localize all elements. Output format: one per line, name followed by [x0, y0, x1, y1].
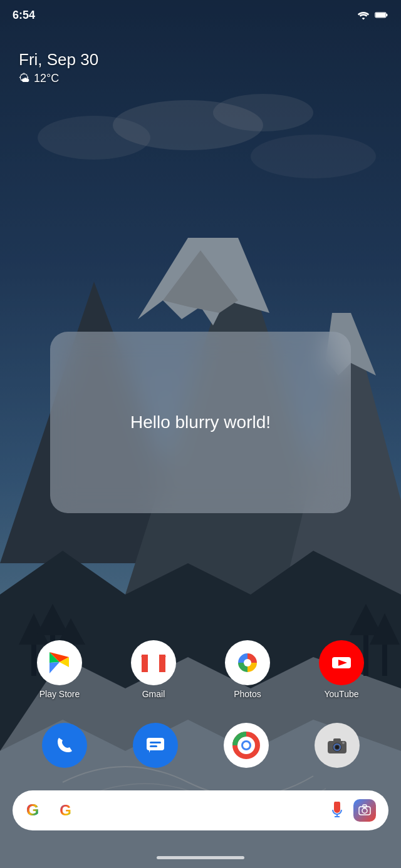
svg-rect-26: [376, 13, 386, 17]
app-item-youtube[interactable]: YouTube: [301, 640, 382, 699]
youtube-icon: [327, 648, 356, 677]
svg-point-31: [244, 659, 251, 666]
google-lens-icon[interactable]: [353, 799, 376, 822]
date-text: Fri, Sep 30: [19, 50, 98, 69]
svg-rect-37: [150, 742, 161, 743]
dock-item-phone[interactable]: [39, 723, 90, 768]
gmail-label: Gmail: [142, 689, 165, 699]
weather-row: 🌤 12°C: [19, 72, 98, 85]
youtube-label: YouTube: [324, 689, 358, 699]
phone-icon-bg: [42, 723, 87, 768]
home-indicator: [157, 856, 244, 859]
messages-icon-bg: [133, 723, 178, 768]
photos-label: Photos: [234, 689, 261, 699]
chrome-icon-bg: [224, 723, 269, 768]
camera-icon-bg: [315, 723, 360, 768]
status-time: 6:54: [13, 9, 35, 22]
svg-rect-35: [147, 738, 164, 750]
dock-item-messages[interactable]: [130, 723, 180, 768]
status-icons: [357, 10, 388, 20]
gmail-icon: [139, 648, 168, 677]
microphone-icon[interactable]: [328, 802, 346, 819]
svg-point-48: [342, 742, 345, 744]
svg-rect-57: [363, 805, 367, 807]
blur-card: Hello blurry world!: [50, 332, 351, 513]
play-store-icon-bg: [37, 640, 82, 685]
svg-rect-38: [150, 745, 157, 747]
photos-icon: [233, 648, 262, 677]
app-item-play-store[interactable]: Play Store: [19, 640, 100, 699]
svg-text:G: G: [26, 800, 39, 819]
search-icons: [328, 799, 376, 822]
weather-temp: 12°C: [34, 72, 59, 85]
main-app-row: Play Store Gmail: [0, 640, 401, 699]
messages-icon: [143, 733, 168, 758]
app-item-photos[interactable]: Photos: [207, 640, 288, 699]
google-logo: G: [51, 800, 71, 820]
battery-icon: [375, 10, 388, 20]
google-g-logo: G G: [25, 800, 45, 820]
chrome-icon: [232, 732, 260, 759]
search-bar[interactable]: G G G: [13, 790, 388, 830]
weather-icon: 🌤: [19, 72, 30, 85]
svg-point-47: [335, 746, 338, 749]
play-store-label: Play Store: [39, 689, 80, 699]
status-bar: 6:54: [0, 0, 401, 30]
svg-point-41: [243, 742, 249, 748]
play-store-icon: [46, 649, 73, 677]
app-item-gmail[interactable]: Gmail: [113, 640, 194, 699]
wifi-icon: [357, 10, 370, 20]
svg-rect-25: [386, 14, 387, 16]
blur-card-text: Hello blurry world!: [130, 412, 271, 432]
svg-rect-44: [333, 738, 341, 742]
dock-item-chrome[interactable]: [221, 723, 271, 768]
dock-item-camera[interactable]: [312, 723, 362, 768]
youtube-icon-bg: [319, 640, 364, 685]
photos-icon-bg: [225, 640, 270, 685]
svg-point-56: [362, 809, 367, 814]
svg-rect-29: [142, 655, 148, 672]
gmail-icon-bg: [131, 640, 176, 685]
svg-rect-30: [159, 655, 165, 672]
bottom-dock: [0, 723, 401, 768]
camera-icon: [325, 733, 350, 758]
phone-icon: [53, 733, 76, 757]
date-widget: Fri, Sep 30 🌤 12°C: [19, 50, 98, 85]
